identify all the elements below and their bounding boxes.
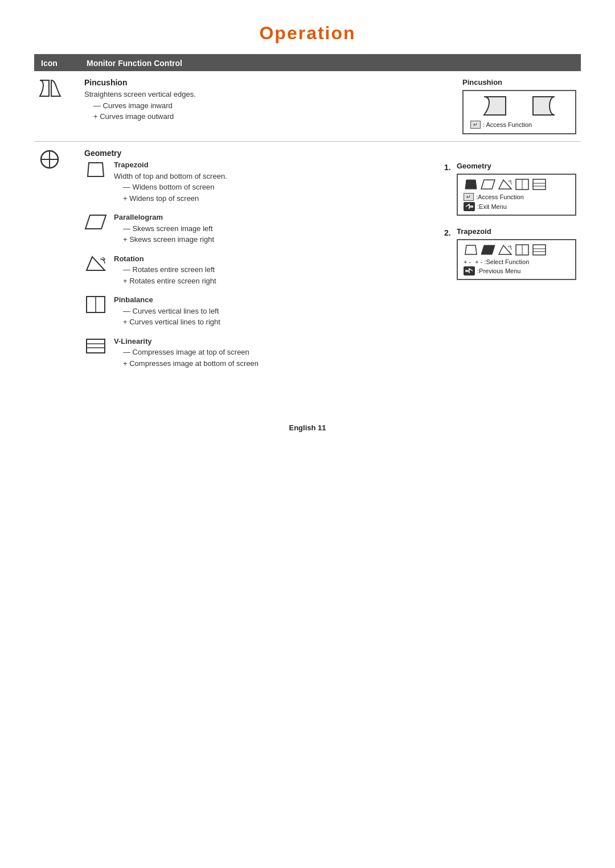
parallelogram-icon bbox=[84, 213, 107, 231]
step2-label: 2. bbox=[444, 228, 452, 237]
trap-icon-5 bbox=[532, 244, 547, 256]
page-footer: English 11 bbox=[34, 423, 581, 432]
rotation-icon bbox=[84, 254, 107, 273]
pinbalance-icon bbox=[84, 295, 107, 314]
svg-rect-4 bbox=[87, 339, 105, 353]
select-func-label: + - bbox=[464, 258, 473, 265]
pincushion-desc: Straightens screen vertical edges. — Cur… bbox=[84, 89, 440, 122]
access-btn-icon: ↵ bbox=[464, 193, 474, 201]
geo-icon-parallelogram bbox=[481, 178, 495, 191]
trapezoid-name: Trapezoid bbox=[114, 161, 149, 169]
trapezoid-panel: + - + - :Select Function bbox=[457, 239, 576, 280]
geo-icon-trapezoid bbox=[464, 178, 478, 191]
geo-panel1-access: :Access Function bbox=[476, 194, 524, 200]
page-title: Operation bbox=[34, 23, 581, 44]
svg-rect-9 bbox=[533, 179, 546, 190]
trap-icon-1 bbox=[464, 244, 478, 256]
pincushion-right-icon bbox=[532, 96, 556, 116]
prev-btn-icon bbox=[464, 266, 475, 275]
pincushion-panel-title: Pincushion bbox=[462, 78, 576, 87]
trap-icon-4 bbox=[515, 244, 530, 256]
table-header-control: Monitor Function Control bbox=[80, 55, 581, 71]
geo-icon-vlinearity bbox=[532, 178, 547, 191]
pincushion-panel-footer: : Access Function bbox=[483, 121, 532, 128]
pincushion-icon bbox=[39, 78, 62, 98]
vlinearity-name: V-Linearity bbox=[114, 337, 151, 345]
enter-button-icon: ↵ bbox=[470, 121, 481, 129]
geometry-panel1: ↵ :Access Function bbox=[457, 174, 576, 216]
geo-icon-pinbalance bbox=[515, 178, 530, 191]
pincushion-left-icon bbox=[483, 96, 507, 116]
svg-rect-12 bbox=[464, 202, 475, 211]
rotation-name: Rotation bbox=[114, 254, 144, 263]
parallelogram-name: Parallelogram bbox=[114, 213, 163, 221]
geo-icon-rotation bbox=[498, 178, 512, 191]
vlinearity-icon bbox=[84, 337, 107, 355]
trap-icon-3 bbox=[498, 244, 512, 256]
geo-panel1-exit: :Exit Menu bbox=[477, 203, 507, 210]
step1-label: 1. bbox=[444, 163, 452, 172]
trap-icon-2 bbox=[481, 244, 495, 256]
geometry-title: Geometry bbox=[84, 149, 576, 158]
svg-rect-18 bbox=[464, 266, 475, 275]
geometry-icon bbox=[39, 149, 60, 170]
pincushion-title: Pincushion bbox=[84, 78, 440, 87]
pincushion-panel: ↵ : Access Function bbox=[462, 90, 576, 134]
trap-panel-prev: :Previous Menu bbox=[477, 268, 520, 274]
trapezoid-panel-title: Trapezoid bbox=[457, 227, 576, 236]
geometry-panel1-title: Geometry bbox=[457, 162, 576, 170]
svg-rect-15 bbox=[533, 245, 546, 255]
trapezoid-icon bbox=[84, 161, 107, 179]
exit-btn-icon bbox=[464, 202, 475, 211]
pinbalance-name: Pinbalance bbox=[114, 295, 153, 304]
table-header-icon: Icon bbox=[34, 55, 80, 71]
trap-panel-select: + - :Select Function bbox=[475, 258, 529, 265]
